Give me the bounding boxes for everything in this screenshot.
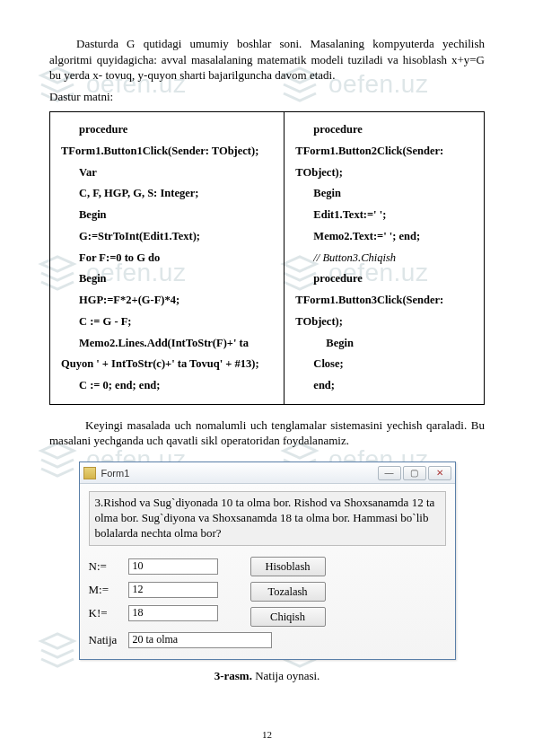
code-line: TForm1.Button1Click(Sender: TObject); [61,141,273,163]
code-line: For F:=0 to G do [61,248,273,269]
code-line: HGP:=F*2+(G-F)*4; [61,290,273,312]
code-line: Memo2.Text:=' '; end; [295,226,473,248]
close-button[interactable]: ✕ [428,466,451,480]
code-line: C, F, HGP, G, S: Integer; [61,183,273,205]
code-line: procedure [295,268,473,290]
code-line: TObject); [295,312,473,333]
code-line: procedure [61,119,273,141]
figure-caption: 3-rasm. Natija oynasi. [49,669,485,683]
minimize-button[interactable]: — [378,466,401,480]
page-number: 12 [0,729,534,740]
code-line: Var [61,163,273,184]
code-line: procedure [295,119,473,141]
code-line: TForm1.Button2Click(Sender: [295,141,473,163]
code-line: G:=StrToInt(Edit1.Text); [61,226,273,248]
label-n: N:= [89,559,128,574]
form-window: Form1 — ▢ ✕ 3.Rishod va Sug`diyonada 10 … [79,462,456,660]
paragraph-label: Dastur matni: [49,89,485,105]
maximize-button[interactable]: ▢ [403,466,426,480]
label-k: K!= [89,606,128,620]
caption-number: 3-rasm. [214,669,252,682]
question-text: 3.Rishod va Sug`diyonada 10 ta olma bor.… [89,491,446,546]
code-cell-right: procedure TForm1.Button2Click(Sender: TO… [285,112,485,405]
calculate-button[interactable]: Hisoblash [250,557,326,576]
paragraph-intro: Dasturda G qutidagi umumiy boshlar soni.… [49,36,485,84]
code-line: end; [295,375,473,397]
code-line: Memo2.Lines.Add(IntToStr(F)+' ta [61,333,273,355]
code-line: Begin [61,268,273,290]
code-line: Begin [61,205,273,226]
paragraph-after-table: Keyingi masalada uch nomalumli uch tengl… [49,418,485,449]
code-line: C := 0; end; end; [61,375,273,397]
code-line: Begin [295,333,473,355]
code-line: Quyon ' + IntToStr(c)+' ta Tovuq' + #13)… [61,354,273,375]
code-line: TObject); [295,163,473,184]
label-m: M:= [89,583,128,597]
code-cell-left: procedure TForm1.Button1Click(Sender: TO… [50,112,285,405]
code-line: TForm1.Button3Click(Sender: [295,290,473,312]
result-output[interactable] [128,632,272,648]
input-n[interactable] [128,558,218,575]
code-line: // Button3.Chiqish [295,248,473,269]
code-line: C := G - F; [61,312,273,333]
code-line: Close; [295,354,473,375]
titlebar: Form1 — ▢ ✕ [80,462,455,484]
exit-button[interactable]: Chiqish [250,607,326,627]
app-icon [83,467,96,479]
code-line: Edit1.Text:=' '; [295,205,473,226]
input-m[interactable] [128,582,218,598]
window-title: Form1 [101,468,378,479]
label-natija: Natija [89,633,128,647]
caption-text: Natija oynasi. [252,669,320,682]
code-table: procedure TForm1.Button1Click(Sender: TO… [49,111,485,405]
code-line: Begin [295,183,473,205]
input-k[interactable] [128,605,218,621]
clear-button[interactable]: Tozalash [250,582,326,602]
